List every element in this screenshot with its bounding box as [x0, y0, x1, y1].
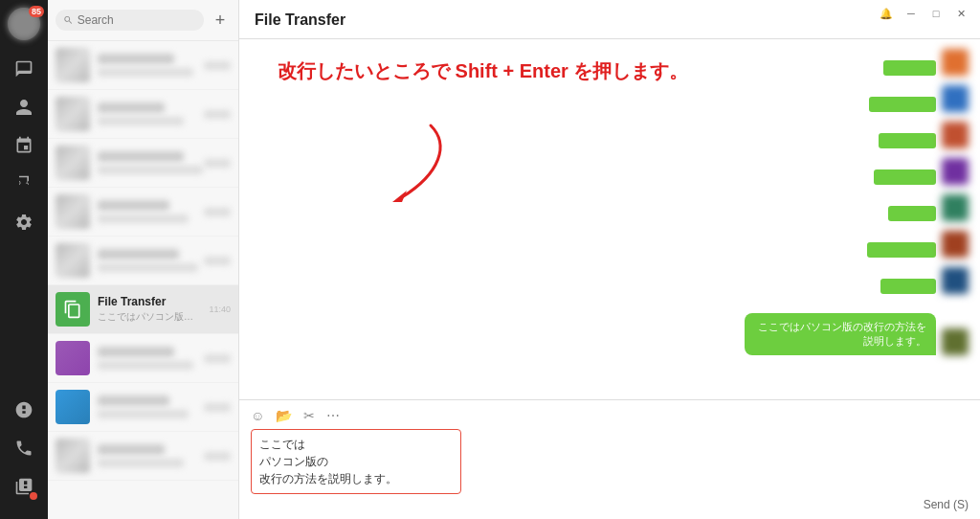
- chat-title: File Transfer: [255, 11, 345, 29]
- message-row: [888, 194, 969, 221]
- message-row: [879, 122, 969, 148]
- chat-info: [98, 102, 196, 125]
- list-item[interactable]: [48, 432, 238, 481]
- message-avatar: [942, 328, 969, 355]
- message-input[interactable]: ここではパソコン版の改行の方法を説明します。: [251, 429, 461, 494]
- scissors-icon[interactable]: ✂: [303, 408, 315, 423]
- file-transfer-avatar: [56, 292, 90, 327]
- bell-icon[interactable]: 🔔: [879, 6, 894, 21]
- message-row: [874, 158, 969, 185]
- send-button[interactable]: Send (S): [924, 498, 969, 511]
- chat-meta: [204, 110, 231, 119]
- chat-info: [98, 444, 196, 467]
- chat-info: [98, 249, 196, 272]
- chat-area: 🔔 ─ □ ✕ File Transfer: [239, 0, 980, 519]
- sidebar: +: [48, 0, 239, 519]
- message-row: [880, 267, 969, 294]
- minimize-button[interactable]: ─: [903, 6, 919, 21]
- chat-meta: [204, 354, 231, 363]
- avatar: [56, 194, 90, 229]
- chat-preview: ここではパソコン版の ...: [98, 310, 201, 324]
- message-bubble: ここではパソコン版の改行の方法を説明します。: [745, 313, 936, 355]
- nav-keep-icon[interactable]: [7, 167, 41, 201]
- message-avatar: [942, 158, 969, 185]
- close-button[interactable]: ✕: [953, 6, 969, 21]
- chat-info: [98, 395, 196, 418]
- avatar: [56, 243, 90, 278]
- search-icon: [63, 14, 74, 26]
- nav-bar: 85: [0, 0, 48, 519]
- nav-phone-icon[interactable]: [7, 431, 41, 465]
- nav-openChat-icon[interactable]: [7, 128, 41, 163]
- list-item[interactable]: [48, 90, 238, 139]
- nav-contacts-icon[interactable]: [7, 90, 41, 124]
- chat-list: File Transfer ここではパソコン版の ... 11:40: [48, 41, 238, 519]
- emoji-icon[interactable]: ☺: [251, 408, 264, 423]
- input-area: ☺ 📂 ✂ ⋯ ここではパソコン版の改行の方法を説明します。 Send (S): [239, 399, 980, 519]
- search-box[interactable]: [56, 10, 204, 31]
- message-avatar: [942, 231, 969, 258]
- nav-settings-icon[interactable]: [7, 205, 41, 239]
- green-block: [869, 97, 936, 112]
- list-item[interactable]: [48, 188, 238, 237]
- sidebar-item-file-transfer[interactable]: File Transfer ここではパソコン版の ... 11:40: [48, 285, 238, 334]
- green-block: [883, 60, 936, 76]
- chat-info: File Transfer ここではパソコン版の ...: [98, 295, 201, 324]
- list-item[interactable]: [48, 237, 238, 285]
- avatar[interactable]: 85: [8, 8, 40, 40]
- message-avatar: [942, 85, 969, 112]
- nav-sticker-icon[interactable]: [7, 393, 41, 427]
- green-block: [874, 169, 936, 185]
- avatar: [56, 48, 90, 82]
- maximize-button[interactable]: □: [928, 6, 944, 21]
- list-item[interactable]: [48, 383, 238, 432]
- search-input[interactable]: [78, 13, 196, 27]
- message-avatar: [942, 267, 969, 294]
- annotation-text: 改行したいところで Shift + Enter を押します。: [278, 58, 769, 83]
- list-item[interactable]: [48, 41, 238, 90]
- list-item[interactable]: [48, 334, 238, 383]
- arrow-icon: [373, 116, 469, 212]
- chat-meta: 11:40: [209, 305, 231, 314]
- chat-meta: [204, 403, 231, 412]
- green-block: [888, 206, 936, 221]
- avatar: [56, 146, 90, 180]
- message-avatar: [942, 122, 969, 148]
- message-row: [867, 231, 969, 258]
- chat-meta: [204, 61, 231, 70]
- nav-badge: 85: [29, 6, 44, 17]
- messages-area: ここではパソコン版の改行の方法を説明します。 改行したいところで Shift +…: [239, 39, 980, 399]
- chat-info: [98, 347, 196, 370]
- nav-chats-icon[interactable]: [7, 52, 41, 86]
- message-row: ここではパソコン版の改行の方法を説明します。: [745, 313, 969, 355]
- file-icon[interactable]: 📂: [276, 408, 292, 423]
- svg-marker-0: [392, 191, 407, 202]
- nav-notification-icon[interactable]: [7, 469, 41, 504]
- chat-name: File Transfer: [98, 295, 201, 308]
- message-row: [883, 49, 969, 76]
- nav-icons: [7, 52, 41, 393]
- green-block: [867, 242, 936, 258]
- window-controls: 🔔 ─ □ ✕: [879, 6, 969, 21]
- chat-info: [98, 54, 196, 77]
- chat-meta: [204, 159, 231, 168]
- avatar: [56, 97, 90, 131]
- chat-header: File Transfer: [239, 0, 980, 39]
- chat-meta: [204, 208, 231, 216]
- input-bottom: Send (S): [251, 498, 969, 511]
- message-avatar: [942, 49, 969, 76]
- chat-meta: [204, 257, 231, 265]
- sidebar-header: +: [48, 0, 238, 41]
- avatar: [56, 439, 90, 473]
- add-chat-button[interactable]: +: [210, 10, 231, 31]
- green-block: [879, 133, 936, 148]
- message-avatar: [942, 194, 969, 221]
- annotation-overlay: 改行したいところで Shift + Enter を押します。: [278, 58, 769, 246]
- message-row: [869, 85, 969, 112]
- nav-bottom: [7, 393, 41, 511]
- more-icon[interactable]: ⋯: [326, 408, 340, 423]
- list-item[interactable]: [48, 139, 238, 188]
- chat-time: 11:40: [209, 305, 231, 314]
- input-toolbar: ☺ 📂 ✂ ⋯: [251, 408, 969, 423]
- chat-info: [98, 151, 196, 174]
